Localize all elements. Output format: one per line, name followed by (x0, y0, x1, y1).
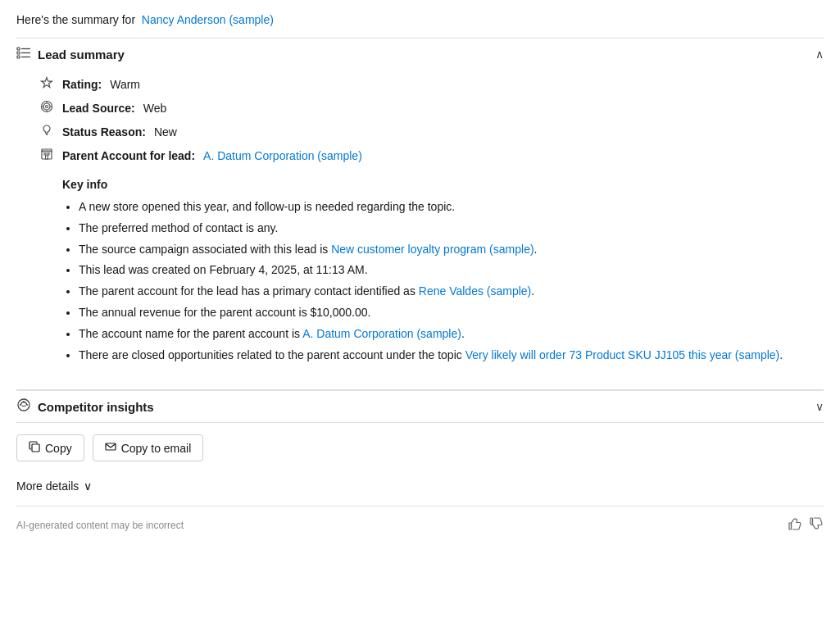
competitor-insights-section: Competitor insights ∨ (16, 389, 824, 422)
ai-disclaimer: AI-generated content may be incorrect (16, 520, 184, 531)
competitor-insights-title: Competitor insights (38, 400, 154, 414)
svg-rect-0 (17, 48, 20, 50)
email-icon (105, 441, 116, 455)
lead-summary-body: Rating: Warm Lead Source: Web (16, 70, 824, 386)
copy-label: Copy (45, 442, 72, 455)
rating-value: Warm (110, 78, 140, 91)
star-icon (39, 76, 54, 92)
parent-account-link[interactable]: A. Datum Corporation (sample) (203, 149, 362, 162)
campaign-link[interactable]: New customer loyalty program (sample) (331, 243, 534, 256)
competitor-icon (16, 398, 31, 416)
svg-point-7 (43, 103, 50, 110)
opportunity-link[interactable]: Very likely will order 73 Product SKU JJ… (465, 348, 780, 361)
lead-summary-header-left: Lead summary (16, 45, 125, 63)
field-row-parent-account: Parent Account for lead: A. Datum Corpor… (39, 148, 824, 163)
thumbs-down-icon[interactable] (809, 516, 824, 534)
svg-rect-2 (17, 52, 20, 54)
list-item: There are closed opportunities related t… (79, 346, 824, 366)
intro-text: Here's the summary for (16, 13, 135, 26)
more-details-label: More details (16, 479, 79, 493)
field-row-lead-source: Lead Source: Web (39, 100, 824, 116)
competitor-chevron: ∨ (815, 400, 824, 413)
contact-link[interactable]: Rene Valdes (sample) (419, 284, 531, 298)
list-item: The source campaign associated with this… (79, 240, 824, 260)
svg-rect-19 (46, 156, 48, 159)
copy-to-email-label: Copy to email (121, 442, 192, 455)
lead-summary-chevron: ∧ (815, 48, 824, 61)
intro-line: Here's the summary for Nancy Anderson (s… (16, 13, 824, 26)
status-reason-value: New (154, 125, 177, 139)
copy-to-email-button[interactable]: Copy to email (93, 434, 204, 461)
field-row-rating: Rating: Warm (39, 76, 824, 92)
list-item: The annual revenue for the parent accoun… (79, 303, 824, 323)
footer-row: AI-generated content may be incorrect (16, 506, 824, 538)
competitor-header-left: Competitor insights (16, 398, 154, 416)
list-item: The preferred method of contact is any. (79, 219, 824, 239)
parent-account-label: Parent Account for lead: (62, 149, 195, 162)
account-name-link[interactable]: A. Datum Corporation (sample) (302, 327, 461, 340)
svg-rect-24 (32, 444, 39, 452)
svg-rect-4 (17, 56, 20, 58)
target-icon (39, 100, 54, 116)
person-link[interactable]: Nancy Anderson (sample) (142, 13, 274, 26)
action-bar: Copy Copy to email (16, 422, 824, 473)
thumbs-up-icon[interactable] (788, 516, 802, 534)
field-row-status-reason: Status Reason: New (39, 124, 824, 139)
list-item: This lead was created on February 4, 202… (79, 261, 824, 280)
key-info-title: Key info (62, 178, 824, 191)
copy-icon (29, 441, 40, 455)
lead-source-label: Lead Source: (62, 102, 135, 115)
building-icon (39, 148, 54, 163)
competitor-insights-header[interactable]: Competitor insights ∨ (16, 390, 824, 422)
more-details-chevron: ∨ (84, 479, 92, 493)
svg-rect-17 (44, 153, 46, 155)
lightbulb-icon (39, 124, 54, 139)
key-info-section: Key info A new store opened this year, a… (39, 171, 824, 379)
svg-rect-27 (810, 518, 813, 525)
rating-label: Rating: (62, 78, 102, 91)
svg-rect-26 (789, 523, 792, 529)
lead-summary-section-header[interactable]: Lead summary ∧ (16, 38, 824, 70)
list-item: A new store opened this year, and follow… (79, 198, 824, 217)
more-details-row[interactable]: More details ∨ (16, 473, 824, 499)
key-info-list: A new store opened this year, and follow… (62, 198, 824, 365)
lead-summary-title: Lead summary (38, 48, 125, 61)
feedback-icons (788, 516, 824, 534)
lead-summary-icon (16, 45, 31, 63)
svg-rect-18 (48, 153, 49, 155)
lead-source-value: Web (143, 102, 167, 115)
svg-point-8 (46, 106, 48, 108)
list-item: The account name for the parent account … (79, 325, 824, 344)
list-item: The parent account for the lead has a pr… (79, 282, 824, 302)
copy-button[interactable]: Copy (16, 434, 84, 461)
status-reason-label: Status Reason: (62, 125, 146, 139)
